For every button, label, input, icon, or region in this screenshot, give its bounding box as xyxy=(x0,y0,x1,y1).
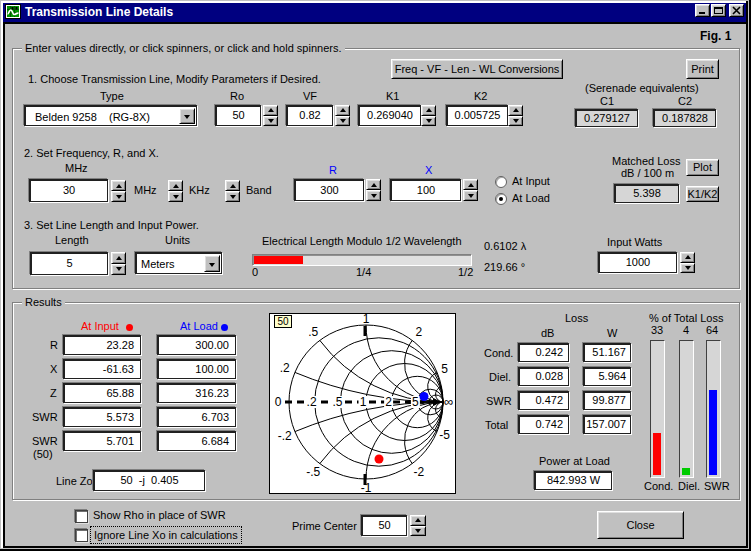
svg-text:.5: .5 xyxy=(308,325,318,339)
svg-text:-.2: -.2 xyxy=(278,429,292,443)
svg-text:5: 5 xyxy=(441,362,448,376)
svg-text:0: 0 xyxy=(275,395,282,409)
svg-text:.2: .2 xyxy=(280,361,290,375)
svg-text:5: 5 xyxy=(412,395,419,409)
svg-text:-.5: -.5 xyxy=(306,465,320,479)
svg-text:2: 2 xyxy=(415,325,422,339)
svg-text:2: 2 xyxy=(385,395,392,409)
svg-text:1: 1 xyxy=(360,395,367,409)
svg-text:.2: .2 xyxy=(307,395,317,409)
svg-text:-2: -2 xyxy=(413,465,424,479)
svg-text:-5: -5 xyxy=(439,428,450,442)
svg-text:-1: -1 xyxy=(361,481,372,493)
svg-text:∞: ∞ xyxy=(444,394,453,409)
svg-text:1: 1 xyxy=(363,314,370,326)
svg-text:.5: .5 xyxy=(332,395,342,409)
